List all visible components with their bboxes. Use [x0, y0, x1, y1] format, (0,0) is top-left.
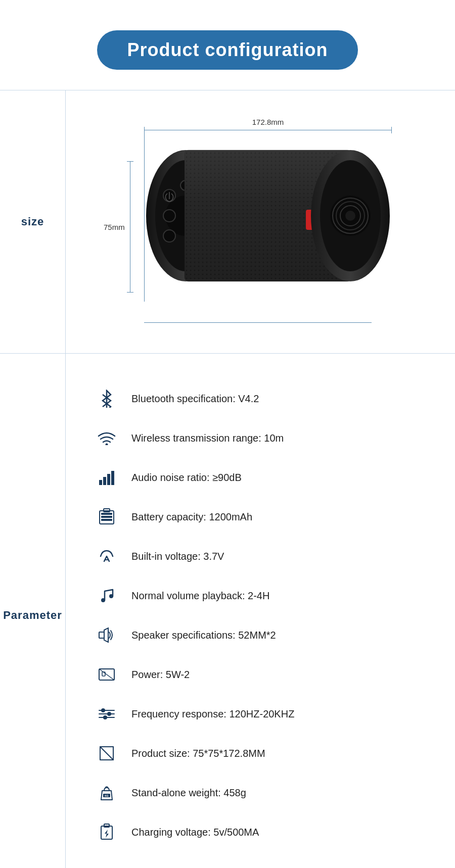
param-bluetooth-text: Bluetooth specification: V4.2	[131, 393, 259, 405]
svg-rect-30	[101, 519, 112, 521]
param-item-size: Product size: 75*75*172.8MM	[96, 734, 425, 773]
param-item-signal: Audio noise ratio: ≥90dB	[96, 458, 425, 497]
param-label-col: Parameter	[0, 354, 66, 868]
power-icon	[96, 664, 117, 685]
param-item-weight: KG Stand-alone weight: 458g	[96, 773, 425, 812]
voltage-icon	[96, 546, 117, 567]
param-item-battery: Battery capacity: 1200mAh	[96, 497, 425, 537]
size-label: size	[21, 215, 44, 228]
param-item-speaker: Speaker specifications: 52MM*2	[96, 615, 425, 655]
size-content-col: 172.8mm 75mm	[66, 90, 455, 353]
battery-icon	[96, 506, 117, 527]
param-freq-text: Frequency response: 120HZ-20KHZ	[131, 708, 294, 720]
wifi-icon	[96, 427, 117, 449]
param-item-voltage: Built-in voltage: 3.7V	[96, 537, 425, 576]
size-section-row: size 172.8mm 75mm	[0, 90, 455, 354]
header-section: Product configuration	[0, 0, 455, 90]
bluetooth-icon	[96, 388, 117, 409]
svg-point-20	[345, 211, 355, 221]
music-icon	[96, 585, 117, 606]
dim-width-label: 172.8mm	[252, 118, 284, 126]
speaker-image: T&G	[144, 135, 392, 297]
svg-rect-22	[99, 480, 102, 485]
svg-rect-23	[103, 477, 106, 485]
speaker-specs-icon	[96, 624, 117, 646]
svg-point-21	[106, 444, 108, 446]
dim-height-label: 75mm	[104, 223, 125, 231]
svg-point-7	[163, 230, 175, 242]
equalizer-icon	[96, 703, 117, 725]
title-badge: Product configuration	[97, 30, 358, 70]
svg-rect-28	[101, 513, 112, 515]
svg-text:KG: KG	[105, 794, 109, 797]
charging-icon	[96, 822, 117, 843]
param-label: Parameter	[3, 609, 62, 622]
param-item-wifi: Wireless transmission range: 10m	[96, 418, 425, 458]
param-item-bluetooth: Bluetooth specification: V4.2	[96, 379, 425, 418]
param-voltage-text: Built-in voltage: 3.7V	[131, 551, 224, 562]
param-item-music: Normal volume playback: 2-4H	[96, 576, 425, 615]
param-weight-text: Stand-alone weight: 458g	[131, 787, 246, 799]
svg-point-31	[101, 598, 105, 602]
param-power-text: Power: 5W-2	[131, 669, 190, 681]
param-signal-text: Audio noise ratio: ≥90dB	[131, 472, 242, 484]
param-wifi-text: Wireless transmission range: 10m	[131, 432, 284, 444]
param-item-charging: Charging voltage: 5v/500MA	[96, 812, 425, 852]
param-battery-text: Battery capacity: 1200mAh	[131, 511, 252, 523]
size-diagram: 172.8mm 75mm	[104, 106, 417, 338]
param-music-text: Normal volume playback: 2-4H	[131, 590, 269, 602]
svg-point-42	[103, 715, 107, 719]
size-label-col: size	[0, 90, 66, 353]
svg-rect-33	[99, 632, 104, 638]
svg-point-6	[163, 210, 175, 222]
page-title: Product configuration	[127, 39, 328, 60]
svg-rect-29	[101, 516, 112, 518]
svg-line-35	[99, 669, 114, 680]
param-content-col: Bluetooth specification: V4.2 Wireless t…	[66, 354, 455, 868]
param-item-freq: Frequency response: 120HZ-20KHZ	[96, 694, 425, 734]
svg-rect-25	[111, 471, 114, 485]
signal-icon	[96, 467, 117, 488]
svg-point-38	[101, 708, 105, 712]
size-icon	[96, 743, 117, 764]
param-section-row: Parameter Bluetooth specification: V4.2	[0, 354, 455, 868]
svg-point-40	[107, 712, 111, 716]
param-size-text: Product size: 75*75*172.8MM	[131, 748, 265, 759]
param-charging-text: Charging voltage: 5v/500MA	[131, 827, 259, 838]
param-item-power: Power: 5W-2	[96, 655, 425, 694]
svg-rect-24	[107, 474, 110, 485]
page-wrapper: Product configuration size 172.8mm 75mm	[0, 0, 455, 868]
svg-point-32	[109, 594, 113, 598]
weight-icon: KG	[96, 782, 117, 803]
param-speaker-text: Speaker specifications: 52MM*2	[131, 630, 276, 641]
